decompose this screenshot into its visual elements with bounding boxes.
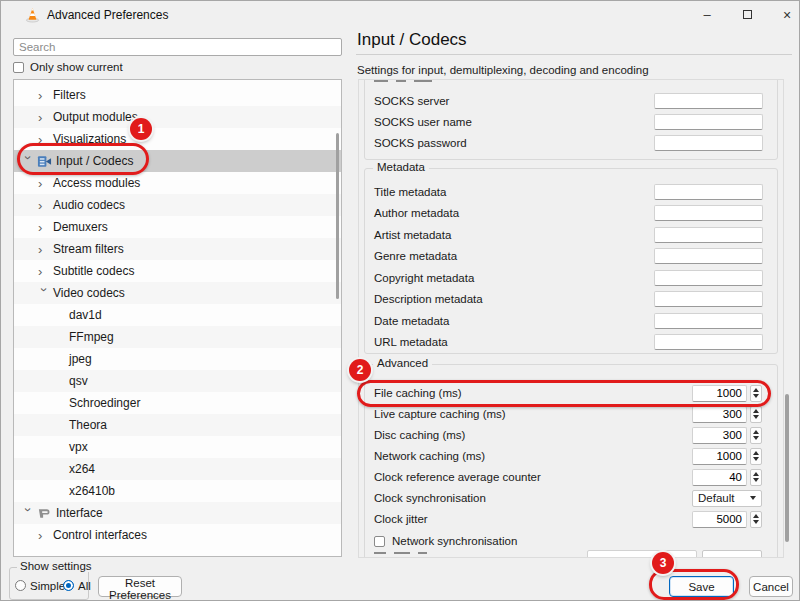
all-radio-label[interactable]: All: [78, 580, 91, 592]
field-row: Description metadata: [359, 290, 784, 308]
field-label: URL metadata: [374, 336, 448, 348]
spin-down-icon[interactable]: [753, 394, 759, 398]
tree-scrollbar[interactable]: [336, 133, 339, 299]
sidebar-item-demuxers[interactable]: ›Demuxers: [14, 216, 341, 238]
spin-up-icon[interactable]: [753, 514, 759, 518]
field-label: Author metadata: [374, 207, 459, 219]
spin-up-icon[interactable]: [753, 409, 759, 413]
url-metadata-input[interactable]: [654, 334, 763, 350]
spin-down-icon[interactable]: [753, 520, 759, 524]
simple-radio[interactable]: [15, 580, 26, 591]
settings-scrollbar[interactable]: [785, 394, 789, 542]
chevron-right-icon[interactable]: ›: [38, 220, 53, 235]
spinner-buttons[interactable]: [750, 511, 762, 528]
spin-up-icon[interactable]: [753, 451, 759, 455]
field-label: SOCKS user name: [374, 116, 472, 128]
title-metadata-input[interactable]: [654, 184, 763, 200]
tree-item-label: dav1d: [69, 308, 102, 322]
sidebar-item-audio-codecs[interactable]: ›Audio codecs: [14, 194, 341, 216]
clock-jitter-spinbox[interactable]: [692, 511, 747, 528]
spin-up-icon[interactable]: [753, 472, 759, 476]
spin-down-icon[interactable]: [753, 478, 759, 482]
chevron-right-icon[interactable]: ›: [38, 242, 53, 257]
description-metadata-input[interactable]: [654, 291, 763, 307]
sidebar-item-ffmpeg[interactable]: FFmpeg: [14, 326, 341, 348]
interface-icon: [37, 506, 56, 521]
only-show-current-checkbox[interactable]: Only show current: [13, 61, 123, 73]
sidebar-item-filters[interactable]: ›Filters: [14, 84, 341, 106]
sidebar-item-visualizations[interactable]: ›Visualizations: [14, 128, 341, 150]
sidebar-item-input-codecs[interactable]: › Input / Codecs: [14, 150, 341, 172]
disc-caching-spinbox[interactable]: [692, 427, 747, 444]
chevron-right-icon[interactable]: ›: [38, 88, 53, 103]
sidebar-item-access-modules[interactable]: ›Access modules: [14, 172, 341, 194]
sidebar-item-x26410b[interactable]: x26410b: [14, 480, 341, 502]
sidebar-item-output-modules[interactable]: ›Output modules: [14, 106, 341, 128]
field-row: Copyright metadata: [359, 269, 784, 287]
maximize-button[interactable]: [734, 3, 760, 27]
chevron-down-icon[interactable]: ›: [21, 155, 36, 170]
sidebar-item-video-codecs[interactable]: ›Video codecs: [14, 282, 341, 304]
simple-radio-label[interactable]: Simple: [30, 580, 65, 592]
clock-reference-counter-spinbox[interactable]: [692, 469, 747, 486]
spinner-buttons[interactable]: [750, 385, 762, 402]
field-label: Disc caching (ms): [374, 429, 465, 441]
checkbox-icon[interactable]: [374, 536, 385, 547]
chevron-right-icon[interactable]: ›: [38, 198, 53, 213]
save-button[interactable]: Save: [669, 576, 734, 597]
close-button[interactable]: ×: [774, 3, 800, 27]
spin-up-icon[interactable]: [753, 430, 759, 434]
search-input[interactable]: [13, 38, 342, 56]
chevron-right-icon[interactable]: ›: [38, 132, 53, 147]
network-caching-spinbox[interactable]: [692, 448, 747, 465]
clock-synchronisation-dropdown[interactable]: Default: [692, 490, 762, 507]
chevron-right-icon[interactable]: ›: [38, 176, 53, 191]
sidebar-item-subtitle-codecs[interactable]: ›Subtitle codecs: [14, 260, 341, 282]
spin-down-icon[interactable]: [753, 436, 759, 440]
spinner-buttons[interactable]: [750, 427, 762, 444]
socks-user-name-input[interactable]: [654, 114, 763, 130]
copyright-metadata-input[interactable]: [654, 270, 763, 286]
sidebar-item-theora[interactable]: Theora: [14, 414, 341, 436]
field-row: Date metadata: [359, 312, 784, 330]
chevron-right-icon[interactable]: ›: [38, 264, 53, 279]
spinner-buttons[interactable]: [750, 469, 762, 486]
chevron-right-icon[interactable]: ›: [38, 110, 53, 125]
socks-password-input[interactable]: [654, 135, 763, 151]
spin-down-icon[interactable]: [753, 415, 759, 419]
sidebar-item-vpx[interactable]: vpx: [14, 436, 341, 458]
spinner-buttons[interactable]: [750, 406, 762, 423]
spinner-buttons[interactable]: [750, 448, 762, 465]
sidebar-item-x264[interactable]: x264: [14, 458, 341, 480]
cancel-button[interactable]: Cancel: [749, 576, 793, 597]
genre-metadata-input[interactable]: [654, 248, 763, 264]
field-row: URL metadata: [359, 333, 784, 351]
tree-item-label: jpeg: [69, 352, 92, 366]
socks-server-input[interactable]: [654, 93, 763, 109]
sidebar-item-qsv[interactable]: qsv: [14, 370, 341, 392]
field-label: SOCKS password: [374, 137, 467, 149]
sidebar-item-dav1d[interactable]: dav1d: [14, 304, 341, 326]
artist-metadata-input[interactable]: [654, 227, 763, 243]
sidebar-item-jpeg[interactable]: jpeg: [14, 348, 341, 370]
reset-preferences-button[interactable]: Reset Preferences: [98, 576, 182, 597]
chevron-down-icon[interactable]: ›: [37, 287, 52, 302]
sidebar-item-interface[interactable]: › Interface: [14, 502, 341, 524]
author-metadata-input[interactable]: [654, 205, 763, 221]
tree-item-label: Video codecs: [53, 286, 125, 300]
spin-up-icon[interactable]: [753, 388, 759, 392]
date-metadata-input[interactable]: [654, 313, 763, 329]
file-caching-spinbox[interactable]: [692, 385, 747, 402]
sidebar-item-control-interfaces[interactable]: ›Control interfaces: [14, 524, 341, 546]
network-synchronisation-checkbox[interactable]: Network synchronisation: [359, 532, 784, 550]
sidebar-item-schroedinger[interactable]: Schroedinger: [14, 392, 341, 414]
field-label: Date metadata: [374, 315, 449, 327]
chevron-right-icon[interactable]: ›: [38, 528, 53, 543]
checkbox-icon[interactable]: [13, 62, 24, 73]
chevron-down-icon[interactable]: ›: [21, 507, 36, 522]
minimize-button[interactable]: –: [694, 3, 720, 27]
live-capture-caching-spinbox[interactable]: [692, 406, 747, 423]
sidebar-item-stream-filters[interactable]: ›Stream filters: [14, 238, 341, 260]
all-radio[interactable]: [63, 580, 74, 591]
spin-down-icon[interactable]: [753, 457, 759, 461]
